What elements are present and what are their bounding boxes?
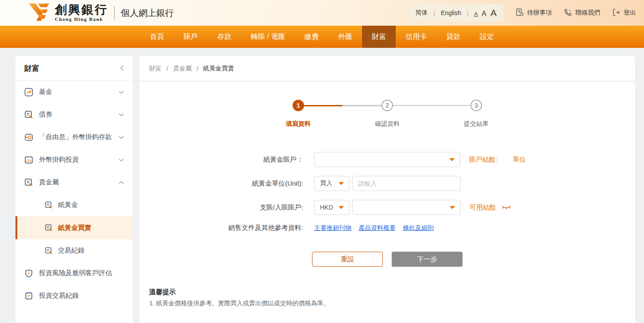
reminder-section: 溫馨提示 1. 紙黃金價格僅供參考。實際買入或賣出價以成交時的價格為準。: [139, 288, 635, 307]
sidebar-item-fcy-linked-deposit[interactable]: 「自由息」外幣掛鈎存款: [15, 126, 133, 148]
chevron-down-icon: [119, 158, 124, 162]
shield-icon: [24, 269, 33, 278]
settlement-account-row: 支賬/入賬賬戶: HKD 可用結餘: [139, 200, 635, 215]
bank-name-zh: 創興銀行: [55, 4, 108, 16]
unit-amount-input[interactable]: [352, 176, 461, 191]
sidebar-item-label: 投資交易紀錄: [39, 291, 124, 301]
sidebar-item-label: 投資風險及脆弱客戶評估: [39, 268, 124, 278]
breadcrumb-item-precious-metals[interactable]: 貴金屬: [173, 65, 192, 73]
nav-item-deposits[interactable]: 存款: [208, 26, 241, 48]
bank-logo: 創興銀行 Chong Hing Bank 個人網上銀行: [27, 3, 174, 23]
account-balance-label: 賬戶結餘:: [469, 156, 497, 164]
nav-item-transfer[interactable]: 轉賬 / 電匯: [241, 26, 295, 48]
principal-brochure-link[interactable]: 主要推銷刊物: [314, 224, 351, 232]
todo-label: 待辦事項: [527, 9, 552, 17]
metal-icon: [24, 178, 33, 187]
fund-icon: [24, 88, 33, 97]
pill-separator: |: [467, 10, 468, 16]
balance-unit-label: 單位: [513, 156, 526, 164]
next-step-button[interactable]: 下一步: [392, 252, 463, 267]
currency-select-value: HKD: [320, 204, 333, 211]
font-size-controls: A A A: [474, 8, 497, 18]
chevron-up-icon: [119, 181, 124, 184]
gold-unit-label: 紙黃金單位(Unit):: [139, 179, 314, 188]
document-links: 主要推銷刊物 產品資料概要 條款及細則: [314, 224, 434, 232]
nav-item-wealth[interactable]: 財富: [362, 26, 396, 48]
terms-and-conditions-link[interactable]: 條款及細則: [403, 224, 434, 232]
sidebar-item-label: 債券: [39, 109, 119, 120]
paper-gold-trading-panel: 1 2 3 填寫資料 確認資料 提交結果 紙黃金賬戶：: [139, 82, 635, 323]
reset-button[interactable]: 重設: [312, 252, 383, 267]
primary-nav: 首頁 賬戶 存款 轉賬 / 電匯 繳費 外匯 財富 信用卡 貸款 設定: [0, 26, 644, 48]
sidebar-item-bonds[interactable]: 債券: [15, 103, 133, 126]
caret-down-icon: [450, 206, 455, 209]
settlement-account-select[interactable]: [352, 200, 461, 215]
sidebar-item-investment-records[interactable]: 投資交易紀錄: [15, 284, 133, 307]
gold-account-select[interactable]: [314, 152, 460, 167]
step-2-label: 確認資料: [375, 120, 400, 128]
sidebar-subitem-label: 紙黃金買賣: [58, 224, 91, 232]
logout-label: 登出: [624, 9, 636, 17]
todo-list-icon: [515, 8, 524, 18]
nav-item-accounts[interactable]: 賬戶: [174, 26, 208, 48]
deposit-icon: [24, 133, 33, 142]
buy-sell-select[interactable]: 買入: [314, 176, 350, 191]
contact-label: 聯絡我們: [575, 9, 600, 17]
chevron-down-icon: [119, 90, 124, 94]
sidebar-subitem-transaction-records[interactable]: 交易紀錄: [15, 239, 133, 262]
product-key-facts-link[interactable]: 產品資料概要: [359, 224, 396, 232]
sidebar-item-funds[interactable]: 基金: [15, 81, 133, 103]
sidebar-collapse-button[interactable]: [120, 65, 124, 71]
chevron-down-icon: [119, 136, 124, 139]
gold-account-row: 紙黃金賬戶： 賬戶結餘: 單位: [139, 152, 635, 167]
sidebar-subitem-label: 交易紀錄: [58, 246, 85, 255]
record-icon: [24, 292, 33, 300]
font-size-small-button[interactable]: A: [474, 11, 478, 17]
content-area: 財富 / 貴金屬 / 紙黃金買賣 1 2 3 填寫資料 確認資料 提交結果: [139, 56, 635, 323]
nav-item-home[interactable]: 首頁: [140, 26, 174, 48]
caret-down-icon: [449, 158, 455, 161]
bank-logo-icon: [27, 3, 50, 23]
sidebar-subitem-paper-gold[interactable]: 紙黃金: [15, 194, 133, 216]
logout-button[interactable]: 登出: [612, 8, 636, 18]
portal-title: 個人網上銀行: [121, 7, 174, 19]
pill-separator: |: [434, 10, 435, 16]
header-divider: [114, 6, 115, 19]
breadcrumb-item-wealth[interactable]: 財富: [149, 65, 162, 73]
font-size-large-button[interactable]: A: [490, 8, 497, 18]
sidebar-item-precious-metals[interactable]: 貴金屬: [15, 171, 133, 194]
sidebar-title: 財富: [24, 63, 39, 74]
breadcrumb-separator: /: [166, 65, 168, 72]
breadcrumb: 財富 / 貴金屬 / 紙黃金買賣: [139, 56, 635, 81]
lang-english-link[interactable]: English: [441, 9, 461, 16]
top-header: 創興銀行 Chong Hing Bank 個人網上銀行 简体 | English…: [0, 0, 644, 26]
lang-simplified-link[interactable]: 简体: [416, 9, 428, 17]
buy-sell-select-value: 買入: [320, 179, 332, 187]
show-balance-eye-icon[interactable]: [501, 205, 511, 210]
nav-item-credit-card[interactable]: 信用卡: [396, 26, 436, 48]
gold-account-label: 紙黃金賬戶：: [139, 156, 314, 164]
nav-item-bill-payment[interactable]: 繳費: [295, 26, 328, 48]
header-controls: 简体 | English | A A A 待辦事項: [409, 4, 636, 22]
breadcrumb-item-current: 紙黃金買賣: [203, 65, 234, 73]
form-actions: 重設 下一步: [139, 252, 635, 267]
nav-item-settings[interactable]: 設定: [470, 26, 504, 48]
contact-button[interactable]: 聯絡我們: [563, 8, 600, 18]
phone-icon: [563, 8, 572, 18]
doc-icon: [45, 247, 53, 255]
step-1-label: 填寫資料: [286, 120, 311, 128]
chevron-down-icon: [119, 113, 124, 117]
nav-item-loans[interactable]: 貸款: [436, 26, 470, 48]
todo-button[interactable]: 待辦事項: [515, 8, 552, 18]
font-size-medium-button[interactable]: A: [482, 10, 486, 18]
sidebar-item-cli[interactable]: CLI 外幣掛鈎投資: [15, 148, 133, 171]
currency-select[interactable]: HKD: [314, 200, 350, 215]
step-connector: [393, 105, 470, 106]
sidebar-item-risk-assessment[interactable]: 投資風險及脆弱客戶評估: [15, 262, 133, 284]
doc-icon: [45, 201, 53, 209]
step-3-label: 提交結果: [464, 120, 489, 128]
sidebar-subitem-paper-gold-trading[interactable]: 紙黃金買賣: [15, 216, 133, 239]
nav-item-fx[interactable]: 外匯: [328, 26, 362, 48]
settlement-account-label: 支賬/入賬賬戶:: [139, 203, 314, 212]
language-and-font-controls: 简体 | English | A A A: [409, 4, 504, 22]
